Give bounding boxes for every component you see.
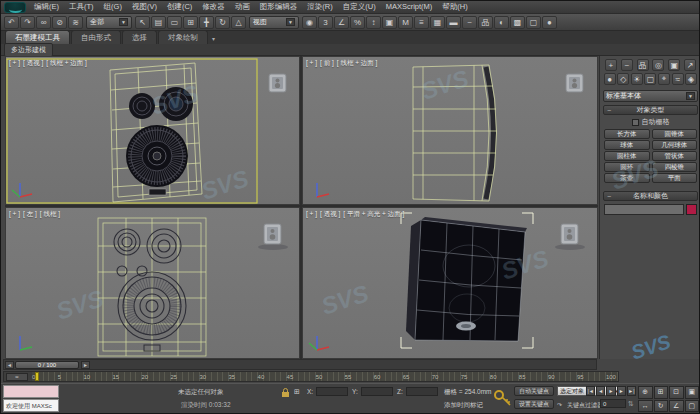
lights-icon[interactable]: ☀ bbox=[631, 73, 643, 85]
go-end-button[interactable]: ►| bbox=[627, 386, 636, 396]
viewport-menu-general[interactable]: [ + ] bbox=[9, 210, 20, 219]
display-tab-icon[interactable]: ▣ bbox=[668, 59, 680, 71]
viewport-menu-pov[interactable]: [ 透视 ] bbox=[23, 59, 43, 68]
orbit-icon[interactable]: ↻ bbox=[654, 400, 669, 413]
macro-recorder-field[interactable] bbox=[3, 385, 59, 398]
maxscript-listener-field[interactable]: 欢迎使用 MAXSc bbox=[3, 399, 59, 412]
fov-icon[interactable]: ∠ bbox=[669, 400, 684, 413]
object-color-swatch[interactable] bbox=[686, 204, 697, 215]
unlink-icon[interactable]: ⊘ bbox=[52, 16, 67, 29]
go-start-button[interactable]: |◄ bbox=[586, 386, 595, 396]
menu-item[interactable]: 帮助(H) bbox=[437, 1, 472, 13]
shapes-icon[interactable]: ◇ bbox=[617, 73, 629, 85]
select-link-icon[interactable]: ∞ bbox=[36, 16, 51, 29]
primitive-button[interactable]: 长方体 bbox=[604, 129, 650, 139]
menu-item[interactable]: 渲染(R) bbox=[302, 1, 337, 13]
ribbon-tab[interactable]: 自由形式 bbox=[71, 30, 121, 44]
use-center-icon[interactable]: ◉ bbox=[302, 16, 317, 29]
redo-icon[interactable]: ↷ bbox=[20, 16, 35, 29]
track-bar[interactable]: ≈ 05101520253035404550556065707580859095… bbox=[3, 371, 619, 382]
object-type-rollout[interactable]: − 对象类型 bbox=[603, 105, 698, 115]
menu-item[interactable]: 动画 bbox=[230, 1, 255, 13]
hierarchy-tab-icon[interactable]: 品 bbox=[637, 59, 649, 71]
next-frame-arrow-icon[interactable]: ► bbox=[81, 361, 90, 369]
align-icon[interactable]: ≡ bbox=[414, 16, 429, 29]
time-slider-handle[interactable]: 0 / 100 bbox=[15, 361, 79, 369]
menu-item[interactable]: 工具(T) bbox=[64, 1, 99, 13]
viewport-menu-general[interactable]: [ + ] bbox=[306, 59, 317, 68]
primitive-button[interactable]: 茶壶 bbox=[604, 173, 650, 183]
auto-key-button[interactable]: 自动关键点 bbox=[514, 386, 554, 396]
play-button[interactable]: ► bbox=[606, 386, 615, 396]
app-logo-icon[interactable] bbox=[4, 2, 26, 13]
pan-icon[interactable]: ↔ bbox=[638, 400, 653, 413]
primitive-button[interactable]: 圆环 bbox=[604, 162, 650, 172]
mini-curve-editor-button[interactable]: ≈ bbox=[6, 373, 28, 381]
window-crossing-icon[interactable]: ⊞ bbox=[183, 16, 198, 29]
viewport-menu-shading[interactable]: [ 平滑 + 高光 + 边面 ] bbox=[343, 210, 404, 219]
menu-item[interactable]: 图形编辑器 bbox=[255, 1, 303, 13]
autogrid-checkbox[interactable] bbox=[632, 119, 639, 126]
render-setup-icon[interactable]: ▩ bbox=[510, 16, 525, 29]
primitive-button[interactable]: 球体 bbox=[604, 140, 650, 150]
spinner-snap-icon[interactable]: ↕ bbox=[366, 16, 381, 29]
viewport-front-wireframe[interactable]: [ + ] [ 前 ] [ 线框 + 边面 ] bbox=[302, 56, 598, 205]
select-move-icon[interactable]: ╋ bbox=[199, 16, 214, 29]
viewport-perspective-shaded[interactable]: [ + ] [ 透视 ] [ 平滑 + 高光 + 边面 ] bbox=[302, 207, 598, 359]
set-key-icon[interactable] bbox=[494, 389, 512, 409]
prev-frame-button[interactable]: ◄ bbox=[596, 386, 605, 396]
polygon-modeling-panel-tab[interactable]: 多边形建模 bbox=[4, 43, 53, 57]
zoom-extents-icon[interactable]: ⊡ bbox=[669, 386, 684, 399]
rendered-frame-icon[interactable]: ▢ bbox=[526, 16, 541, 29]
snap-toggle-icon[interactable]: 3 bbox=[318, 16, 333, 29]
add-time-tag[interactable]: 添加时间标记 bbox=[444, 401, 483, 410]
set-key-button[interactable]: 设置关键点 bbox=[514, 399, 554, 409]
current-frame-field[interactable]: 0 bbox=[600, 399, 626, 408]
viewport-menu-pov[interactable]: [ 前 ] bbox=[320, 59, 334, 68]
bind-spacewarp-icon[interactable]: ≋ bbox=[68, 16, 83, 29]
menu-item[interactable]: 编辑(E) bbox=[29, 1, 64, 13]
coord-z-field[interactable] bbox=[406, 387, 438, 396]
menu-item[interactable]: 视图(V) bbox=[127, 1, 162, 13]
utilities-tab-icon[interactable]: ↗ bbox=[684, 59, 696, 71]
mirror-icon[interactable]: M bbox=[398, 16, 413, 29]
primitive-button[interactable]: 平面 bbox=[652, 173, 698, 183]
maximize-viewport-icon[interactable]: ▢ bbox=[685, 400, 700, 413]
menu-item[interactable]: MAXScript(M) bbox=[381, 1, 438, 13]
primitive-button[interactable]: 管状体 bbox=[652, 151, 698, 161]
key-mode-toggle-icon[interactable]: ↷ bbox=[557, 401, 562, 408]
prev-frame-arrow-icon[interactable]: ◄ bbox=[5, 361, 14, 369]
ribbon-toggle-icon[interactable]: ▬ bbox=[446, 16, 461, 29]
geometry-icon[interactable]: ● bbox=[604, 73, 616, 85]
material-editor-icon[interactable]: ◐ bbox=[494, 16, 509, 29]
select-rotate-icon[interactable]: ↻ bbox=[215, 16, 230, 29]
menu-item[interactable]: 自定义(U) bbox=[338, 1, 381, 13]
next-frame-button[interactable]: ► bbox=[617, 386, 626, 396]
select-object-icon[interactable]: ↖ bbox=[135, 16, 150, 29]
render-production-icon[interactable]: ● bbox=[542, 16, 557, 29]
angle-snap-icon[interactable]: ∠ bbox=[334, 16, 349, 29]
select-by-name-icon[interactable]: ▤ bbox=[151, 16, 166, 29]
primitive-category-dropdown[interactable]: 标准基本体 ▼ bbox=[603, 90, 698, 102]
viewport-menu-pov[interactable]: [ 左 ] bbox=[23, 210, 37, 219]
zoom-all-icon[interactable]: ⊞ bbox=[654, 386, 669, 399]
timeline-ruler[interactable]: 0510152025303540455055606570758085909510… bbox=[32, 372, 618, 381]
zoom-icon[interactable]: ⊕ bbox=[638, 386, 653, 399]
menu-item[interactable]: 修改器 bbox=[197, 1, 230, 13]
spacewarps-icon[interactable]: ≈ bbox=[672, 73, 684, 85]
menu-item[interactable]: 组(G) bbox=[99, 1, 127, 13]
curve-editor-icon[interactable]: ~ bbox=[462, 16, 477, 29]
primitive-button[interactable]: 几何球体 bbox=[652, 140, 698, 150]
modify-tab-icon[interactable]: ~ bbox=[621, 59, 633, 71]
viewport-left-wireframe[interactable]: [ + ] [ 左 ] [ 线框 ] bbox=[5, 207, 300, 359]
named-selection-icon[interactable]: ▣ bbox=[382, 16, 397, 29]
layer-manager-icon[interactable]: ▦ bbox=[430, 16, 445, 29]
primitive-button[interactable]: 四棱锥 bbox=[652, 162, 698, 172]
viewport-menu-shading[interactable]: [ 线框 + 边面 ] bbox=[337, 59, 378, 68]
zoom-extents-all-icon[interactable]: ▣ bbox=[685, 386, 700, 399]
menu-item[interactable]: 创建(C) bbox=[162, 1, 197, 13]
undo-icon[interactable]: ↶ bbox=[4, 16, 19, 29]
absolute-mode-icon[interactable]: ⊞ bbox=[294, 388, 300, 396]
cameras-icon[interactable]: ▢ bbox=[644, 73, 656, 85]
viewport-menu-general[interactable]: [ + ] bbox=[306, 210, 317, 219]
